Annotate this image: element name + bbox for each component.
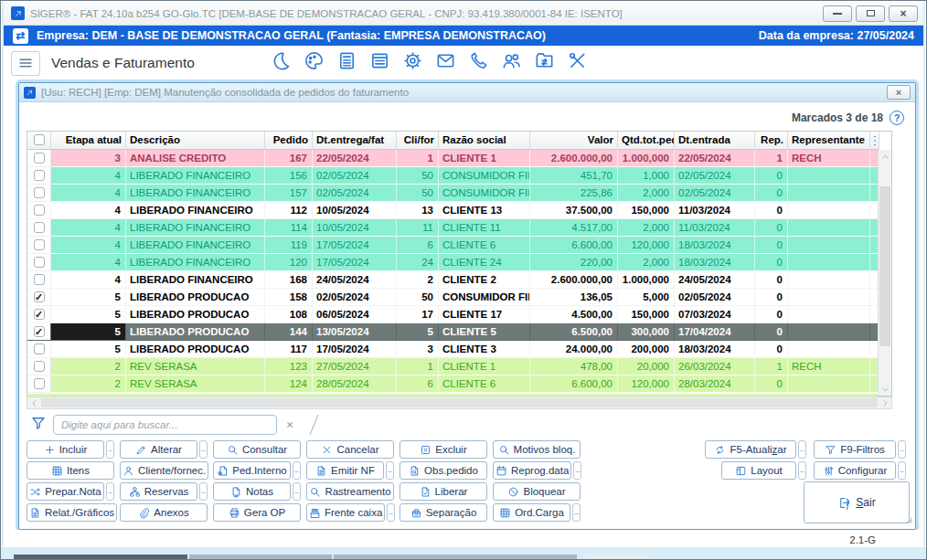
row-checkbox[interactable] [27,167,51,185]
users-icon[interactable] [501,50,522,75]
scroll-right-icon[interactable] [879,397,891,408]
button-prepar-nota[interactable]: Prepar.Nota [27,482,104,501]
moon-icon[interactable] [271,50,292,75]
button-itens[interactable]: Itens [27,461,114,480]
table-row[interactable]: 4LIBERADO FINANCEIRO15602/05/202450CONSU… [27,167,891,185]
column-header-representante[interactable]: Representante [788,132,870,150]
button-configurar-dropdown[interactable]: – [898,461,906,480]
row-checkbox[interactable] [27,254,51,271]
button-relat-graficos[interactable]: Relat./Gráficos [27,503,117,522]
button-reprog-data[interactable]: Reprog.data [493,461,571,480]
table-row[interactable]: ✓5LIBERADO PRODUCAO14413/05/20245CLIENTE… [27,323,891,341]
button-reservas-dropdown[interactable]: – [199,482,208,501]
row-checkbox[interactable] [27,237,51,254]
button-cancelar[interactable]: Cancelar [306,440,394,459]
column-header-etapa[interactable]: Etapa atual [51,132,126,150]
close-button[interactable]: × [889,5,918,22]
button-prepar-nota-dropdown[interactable]: – [106,482,114,501]
button-layout-dropdown[interactable]: – [798,461,806,480]
table-row[interactable]: ✓5LIBERADO PRODUCAO15802/05/202450CONSUM… [27,289,891,306]
tools-icon[interactable] [567,50,588,75]
row-checkbox[interactable] [27,219,51,237]
column-header-descricao[interactable]: Descrição [126,132,265,150]
column-header-rep[interactable]: Rep. [755,132,788,150]
button-f9-filtros[interactable]: F9-Filtros [814,440,896,459]
button-ped-interno-dropdown[interactable]: – [293,461,301,480]
button-configurar[interactable]: Configurar [814,461,896,480]
button-motivos-bloq[interactable]: Motivos bloq. [493,440,581,459]
scroll-down-icon[interactable] [879,383,891,396]
button-rastreamento[interactable]: Rastreamento [306,482,394,501]
table-row[interactable]: 2REV SERASA12428/05/20246CLIENTE 66.600,… [27,375,891,393]
calculator-icon[interactable] [336,50,357,75]
row-checkbox[interactable] [27,341,51,358]
button-frente-caixa[interactable]: Frente caixa [306,503,385,522]
button-f5-atualizar[interactable]: F5-Atualizar [705,440,796,459]
button-notas-dropdown[interactable]: – [293,482,301,501]
phone-icon[interactable] [468,50,489,75]
row-checkbox[interactable] [27,358,51,375]
clear-search-icon[interactable]: × [286,417,293,432]
column-menu-icon[interactable] [870,132,879,150]
row-checkbox[interactable] [27,202,51,219]
column-header-pedido[interactable]: Pedido [265,132,313,150]
row-checkbox[interactable] [27,150,51,167]
button-excluir[interactable]: Excluir [400,440,487,459]
button-ord-carga-dropdown[interactable]: – [572,503,581,522]
table-row[interactable]: 3ANALISE CREDITO16722/05/20241CLIENTE 12… [27,150,891,167]
menu-button[interactable] [11,51,40,76]
company-switch-icon[interactable]: ⇄ [13,28,28,44]
row-checkbox[interactable] [27,185,51,202]
button-layout[interactable]: Layout [721,461,796,480]
dialog-close-button[interactable]: × [887,85,911,100]
column-header-qtd[interactable]: Qtd.tot.ped [618,132,675,150]
button-bloquear[interactable]: Bloquear [493,482,581,501]
row-checkbox[interactable] [27,375,51,393]
vertical-scroll-thumb[interactable] [879,186,890,346]
table-row[interactable]: 4LIBERADO FINANCEIRO11917/05/20246CLIENT… [27,237,891,254]
select-all-checkbox[interactable] [27,132,51,150]
scroll-up-icon[interactable] [879,150,891,163]
row-checkbox[interactable]: ✓ [27,306,51,323]
button-notas[interactable]: Notas [213,482,291,501]
table-row[interactable]: 4LIBERADO FINANCEIRO11210/05/202413CLIEN… [27,202,891,219]
column-header-razao[interactable]: Razão social [439,132,530,150]
list-window-icon[interactable] [369,50,390,75]
column-header-dt_entrada[interactable]: Dt.entrada [675,132,755,150]
button-alterar[interactable]: Alterar [120,440,197,459]
button-frente-caixa-dropdown[interactable]: – [387,503,395,522]
button-emitir-nf[interactable]: Emitir NF [306,461,384,480]
help-icon[interactable]: ? [890,111,904,125]
button-ped-interno[interactable]: Ped.Interno [213,461,291,480]
table-row[interactable]: 4LIBERADO FINANCEIRO16824/05/20242CLIENT… [27,271,891,289]
column-header-clifor[interactable]: Cli/for [397,132,439,150]
vertical-scrollbar[interactable] [878,150,891,396]
table-row[interactable]: 5LIBERADO PRODUCAO11717/05/20243CLIENTE … [27,341,891,358]
horizontal-scrollbar[interactable] [27,396,892,409]
resize-grip[interactable] [905,511,912,527]
button-liberar[interactable]: Liberar [400,482,487,501]
button-alterar-dropdown[interactable]: – [199,440,208,459]
row-checkbox[interactable]: ✓ [27,323,51,341]
search-input[interactable] [53,415,277,435]
sair-button[interactable]: Sair [804,481,910,523]
button-anexos[interactable]: Anexos [120,503,208,522]
row-checkbox[interactable]: ✓ [27,289,51,306]
folder-share-icon[interactable] [534,50,555,75]
button-f5-atualizar-dropdown[interactable]: – [798,440,806,459]
gear-icon[interactable] [402,50,423,75]
mail-icon[interactable] [435,50,456,75]
button-consultar[interactable]: Consultar [213,440,301,459]
horizontal-scroll-thumb[interactable] [41,398,878,407]
column-header-valor[interactable]: Valor [530,132,618,150]
row-checkbox[interactable] [27,271,51,289]
palette-icon[interactable] [304,50,325,75]
button-incluir-dropdown[interactable]: – [106,440,114,459]
button-gera-op[interactable]: Gera OP [213,503,301,522]
table-row[interactable]: 4LIBERADO FINANCEIRO12017/05/202424CLIEN… [27,254,891,271]
button-cliente-fornec[interactable]: Cliente/fornec. [120,461,208,480]
button-separacao[interactable]: Separação [400,503,487,522]
button-reservas[interactable]: Reservas [120,482,197,501]
table-row[interactable]: 2REV SERASA12327/05/20241CLIENTE 1478,00… [27,358,891,375]
button-ord-carga[interactable]: Ord.Carga [493,503,570,522]
